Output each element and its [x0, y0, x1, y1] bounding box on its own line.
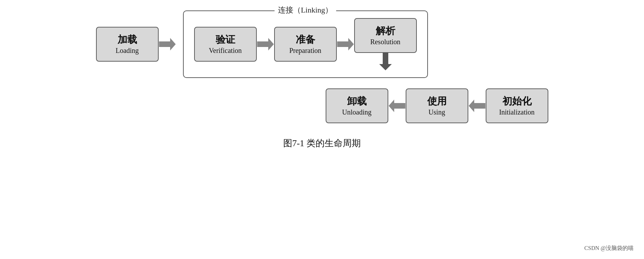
row2: 卸载 Unloading 使用 Using [326, 88, 548, 123]
initialization-en: Initialization [499, 108, 534, 117]
row2-wrapper: 卸载 Unloading 使用 Using [96, 78, 548, 123]
arrow-using-to-unloading [388, 99, 406, 113]
loading-en: Loading [116, 46, 139, 55]
unloading-en: Unloading [342, 108, 371, 117]
verification-box: 验证 Verification [194, 27, 257, 62]
arrow-verification-to-preparation [257, 37, 274, 51]
arrow-preparation-to-resolution [337, 37, 354, 51]
initialization-box: 初始化 Initialization [486, 88, 548, 123]
watermark: CSDN @没脑袋的喵 [585, 245, 634, 252]
using-box: 使用 Using [406, 88, 468, 123]
resolution-en: Resolution [370, 37, 400, 46]
arrow-resolution-to-initialization [379, 53, 392, 70]
linking-group: 连接（Linking） 验证 Verification 准备 Preparati… [183, 10, 428, 78]
resolution-col: 解析 Resolution [354, 18, 417, 70]
unloading-box: 卸载 Unloading [326, 88, 388, 123]
svg-marker-0 [159, 38, 176, 50]
svg-marker-3 [379, 53, 392, 70]
preparation-en: Preparation [289, 46, 321, 55]
svg-marker-2 [337, 38, 354, 50]
diagram: 加载 Loading 连接（Linking） 验证 Verification [96, 10, 548, 123]
svg-marker-4 [389, 100, 405, 112]
using-zh: 使用 [427, 95, 447, 108]
linking-label: 连接（Linking） [275, 5, 336, 15]
figure-caption: 图7-1 类的生命周期 [283, 137, 361, 149]
loading-box: 加载 Loading [96, 27, 159, 62]
svg-marker-5 [469, 100, 485, 112]
using-en: Using [429, 108, 445, 117]
verification-en: Verification [209, 46, 241, 55]
arrow-loading-to-linking [159, 37, 176, 51]
preparation-zh: 准备 [296, 33, 315, 46]
initialization-zh: 初始化 [502, 95, 532, 108]
resolution-box: 解析 Resolution [354, 18, 417, 53]
svg-marker-1 [257, 38, 274, 50]
resolution-zh: 解析 [376, 25, 395, 37]
row1: 加载 Loading 连接（Linking） 验证 Verification [96, 10, 548, 78]
preparation-box: 准备 Preparation [274, 27, 337, 62]
loading-zh: 加载 [118, 33, 137, 46]
arrow-initialization-to-using [468, 99, 486, 113]
unloading-zh: 卸载 [347, 95, 367, 108]
verification-zh: 验证 [216, 33, 235, 46]
